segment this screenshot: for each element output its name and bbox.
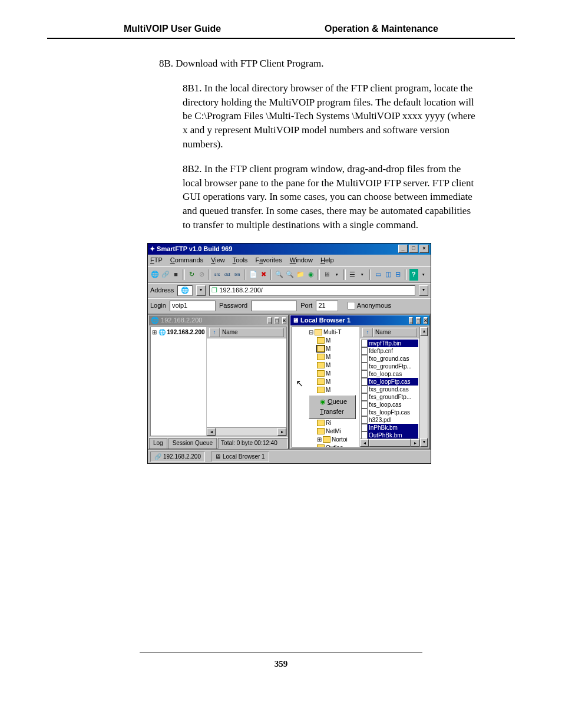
list-item[interactable]: fxo_groundFtp... (361, 363, 418, 370)
scroll-up-icon[interactable]: ▴ (420, 327, 428, 336)
tree-folder[interactable]: M (317, 361, 358, 370)
list-item[interactable]: fxo_loopFtp.cas (361, 378, 418, 386)
list-item[interactable]: fdeftp.cnf (361, 347, 418, 355)
pane-max-button[interactable]: □ (416, 317, 420, 324)
list-item[interactable]: fxo_loop.cas (361, 370, 418, 378)
dropdown-icon[interactable]: ▾ (332, 269, 341, 281)
scrollbar[interactable]: ◂ ▸ (360, 439, 419, 447)
pane-close-button[interactable]: × (424, 317, 428, 324)
list-item[interactable]: fxs_ground.cas (361, 386, 418, 393)
scroll-left-icon[interactable]: ◂ (360, 439, 369, 447)
tree-folder[interactable]: Ri (317, 419, 358, 427)
tool-icon[interactable]: ✖ (259, 269, 268, 281)
globe-icon[interactable]: 🌐 (177, 285, 193, 296)
tree-folder[interactable]: M (317, 337, 358, 345)
tree-folder[interactable]: M (317, 378, 358, 386)
dropdown-icon[interactable]: ▾ (196, 285, 206, 296)
list-item[interactable]: OutPhBk.bm (361, 431, 418, 439)
list-item[interactable]: fxs_groundFtp... (361, 393, 418, 401)
scroll-left-icon[interactable]: ◂ (207, 428, 216, 436)
up-icon[interactable]: ↑ (209, 328, 220, 337)
list-item[interactable]: h323.pdl (361, 416, 418, 424)
layout-button[interactable]: ◫ (384, 269, 392, 281)
tool-icon[interactable]: 📄 (249, 269, 258, 281)
tree-folder[interactable]: ⊟ Multi-T (309, 328, 358, 337)
pane-close-button[interactable]: × (282, 317, 286, 324)
list-item[interactable]: mvpfTftp.bin (361, 340, 418, 347)
name-column[interactable]: Name (373, 328, 417, 337)
menu-help[interactable]: Help (320, 256, 334, 263)
tool-icon[interactable]: 🔍 (275, 269, 284, 281)
menu-window[interactable]: Window (290, 256, 313, 263)
stop-button[interactable]: ⊘ (197, 269, 206, 281)
tree-folder[interactable]: M (317, 353, 358, 361)
step-8b2: 8B2. In the FTP client program window, d… (159, 162, 480, 232)
dropdown-icon[interactable]: ▾ (419, 269, 428, 281)
tab-session-queue[interactable]: Session Queue (168, 438, 217, 449)
tool-icon[interactable]: dst (223, 269, 232, 281)
pane-min-button[interactable]: _ (409, 317, 413, 324)
layout-button[interactable]: ▭ (373, 269, 382, 281)
header-left: MultiVOIP User Guide (124, 24, 221, 34)
scrollbar[interactable]: ▴ ▾ (419, 327, 428, 447)
tool-icon[interactable]: ☰ (348, 269, 357, 281)
tree-folder[interactable]: Outloo (317, 444, 358, 447)
list-item[interactable]: fxs_loopFtp.cas (361, 409, 418, 416)
menu-transfer[interactable]: Transfer (309, 407, 355, 417)
menu-favorites[interactable]: Favorites (255, 256, 282, 263)
list-item[interactable]: fxs_loop.cas (361, 401, 418, 409)
tree-folder[interactable]: NetMi (317, 427, 358, 436)
tree-folder[interactable]: ⊞ Nortoi (317, 436, 358, 444)
menu-view[interactable]: View (211, 256, 225, 263)
help-button[interactable]: ? (409, 269, 418, 281)
tool-icon[interactable]: 🔗 (161, 269, 170, 281)
tree-folder[interactable]: M (317, 386, 358, 394)
menu-queue[interactable]: ◉ Queue (309, 397, 355, 407)
tool-icon[interactable]: ■ (171, 269, 180, 281)
address-value: 192.168.2.200/ (219, 286, 262, 295)
status-remote[interactable]: 🔗192.168.2.200 (150, 452, 205, 462)
pane-min-button[interactable]: _ (267, 317, 272, 324)
tool-icon[interactable]: src (213, 269, 222, 281)
status-local[interactable]: 🖥Local Browser 1 (211, 452, 269, 462)
scroll-right-icon[interactable]: ▸ (277, 428, 286, 436)
up-icon[interactable]: ↑ (362, 328, 373, 337)
dropdown-icon[interactable]: ▾ (419, 285, 428, 296)
name-column[interactable]: Name (220, 328, 284, 337)
list-item[interactable]: fxo_ground.cas (361, 355, 418, 363)
tree-folder[interactable]: M (317, 370, 358, 378)
password-input[interactable] (251, 301, 297, 311)
tool-icon[interactable]: 📁 (296, 269, 305, 281)
tool-icon[interactable]: 🖥 (322, 269, 331, 281)
refresh-button[interactable]: ↻ (187, 269, 196, 281)
tool-icon[interactable]: 🌐 (150, 269, 160, 281)
dropdown-icon[interactable]: ▾ (358, 269, 367, 281)
address-input[interactable]: ❐ 192.168.2.200/ (209, 285, 415, 296)
tool-icon[interactable]: 🔍 (285, 269, 295, 281)
local-tree[interactable]: ⊟ Multi-T M M M M M M M M M Ri Ri NetMi⊞… (292, 327, 360, 447)
menu-ftp[interactable]: FTP (150, 256, 163, 263)
anonymous-checkbox[interactable] (348, 302, 355, 309)
context-menu: ◉ Queue Transfer (309, 395, 356, 419)
layout-button[interactable]: ⊟ (394, 269, 402, 281)
maximize-button[interactable]: □ (409, 245, 418, 253)
minimize-button[interactable]: _ (398, 245, 408, 253)
separator-icon (318, 269, 319, 280)
close-button[interactable]: × (419, 245, 429, 253)
tab-log[interactable]: Log (149, 438, 167, 449)
remote-tree[interactable]: ⊞ 🌐 192.168.2.200 (151, 327, 207, 436)
local-file-list[interactable]: mvpfTftp.bin fdeftp.cnf fxo_ground.cas f… (360, 338, 419, 439)
menu-tools[interactable]: Tools (233, 256, 248, 263)
tool-icon[interactable]: ◉ (306, 269, 315, 281)
tree-folder[interactable]: M (317, 345, 358, 353)
list-item[interactable]: InPhBk.bm (361, 424, 418, 431)
remote-file-list[interactable] (207, 338, 286, 427)
pane-max-button[interactable]: □ (275, 317, 279, 324)
tool-icon[interactable]: bin (233, 269, 242, 281)
menu-commands[interactable]: Commands (170, 256, 203, 263)
scroll-right-icon[interactable]: ▸ (411, 439, 419, 447)
login-input[interactable]: voip1 (170, 301, 216, 311)
port-input[interactable]: 21 (316, 301, 338, 311)
scrollbar[interactable]: ◂ ▸ (207, 427, 286, 436)
scroll-down-icon[interactable]: ▾ (420, 438, 428, 447)
